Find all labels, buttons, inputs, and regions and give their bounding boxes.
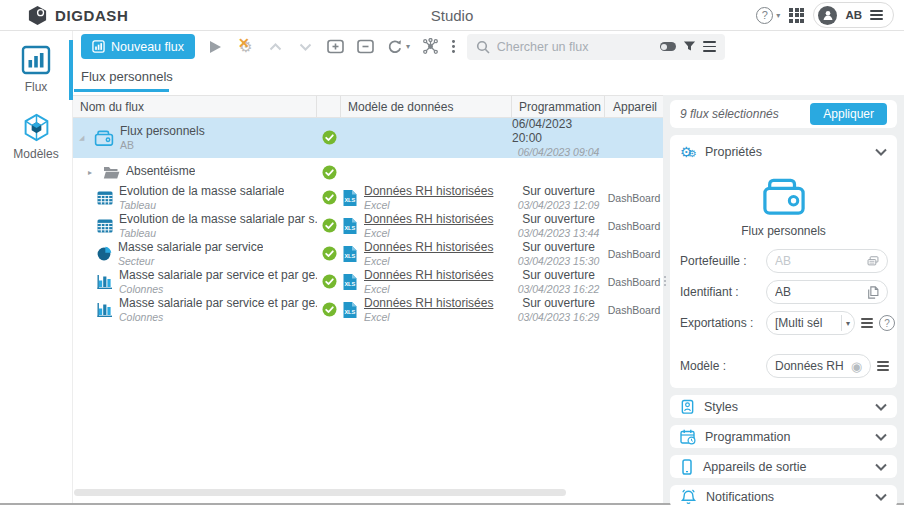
more-options-icon[interactable] <box>452 40 455 53</box>
section-notifications[interactable]: Notifications <box>670 485 897 505</box>
section-appareils[interactable]: Appareils de sortie <box>670 455 897 478</box>
panel-resize-handle[interactable] <box>664 276 666 286</box>
phone-icon <box>680 459 694 475</box>
sidebar: Flux Modèles <box>0 31 73 503</box>
table-row[interactable]: Evolution de la masse salariale par s...… <box>73 212 663 240</box>
model-subtitle: Excel <box>364 199 493 211</box>
modele-label: Modèle : <box>680 359 766 373</box>
row-schedule-date: 03/04/2023 16:29 <box>518 311 600 323</box>
row-name: Evolution de la masse salariale par s... <box>119 213 317 227</box>
data-model-link[interactable]: Données RH historisées <box>364 241 493 255</box>
exportations-select[interactable]: [Multi sél ▾ <box>766 311 855 335</box>
table-row[interactable]: Masse salariale par service et par ge...… <box>73 296 663 324</box>
row-device: DashBoard <box>605 192 663 204</box>
data-model-link[interactable]: Données RH historisées <box>364 297 493 311</box>
jobs-icon[interactable] <box>422 38 440 56</box>
flux-search <box>467 34 725 60</box>
exportations-help-icon[interactable]: ? <box>879 315 895 331</box>
status-ok-icon <box>322 190 337 205</box>
row-subtitle: Tableau <box>119 227 317 239</box>
help-icon: ? <box>756 7 773 24</box>
collapse-all-icon[interactable] <box>357 38 375 56</box>
modele-select[interactable]: Données RH h ◉ <box>766 354 871 378</box>
column-header-status[interactable] <box>317 96 341 117</box>
chevron-down-icon <box>875 403 887 411</box>
model-subtitle: Excel <box>364 255 493 267</box>
row-schedule: Sur ouverture <box>522 213 595 227</box>
data-model-link[interactable]: Données RH historisées <box>364 269 493 283</box>
properties-header[interactable]: ⚙⚙ Propriétés <box>680 140 887 163</box>
column-header-model[interactable]: Modèle de données <box>341 96 512 117</box>
wallet-folder-icon <box>761 175 807 217</box>
portfolio-cards-icon[interactable] <box>867 254 879 268</box>
copy-icon[interactable] <box>867 285 879 300</box>
section-label: Styles <box>704 400 738 414</box>
row-expander[interactable]: ▸ <box>88 168 97 177</box>
column-header-name[interactable]: Nom du flux <box>73 96 317 117</box>
apps-grid-icon[interactable] <box>789 8 804 23</box>
row-expander[interactable]: ◢ <box>79 134 88 142</box>
toggle-icon[interactable] <box>660 42 676 51</box>
column-header-programmation[interactable]: Programmation <box>512 96 605 117</box>
table-header: Nom du flux Modèle de données Programmat… <box>73 95 663 118</box>
new-flux-button[interactable]: Nouveau flux <box>81 34 195 59</box>
row-device: DashBoard <box>605 304 663 316</box>
properties-title: Propriétés <box>705 145 762 159</box>
table-row[interactable]: ▸ Absentéisme <box>73 161 663 184</box>
model-text: Données RH historisées Excel <box>364 213 493 239</box>
tab-flux-personnels[interactable]: Flux personnels <box>74 62 183 95</box>
table-row[interactable]: Evolution de la masse salariale Tableau … <box>73 184 663 212</box>
chevron-down-icon <box>875 493 887 501</box>
user-initials: AB <box>845 9 862 21</box>
status-ok-icon <box>322 274 337 289</box>
modele-value: Données RH h <box>775 359 847 373</box>
data-model-link[interactable]: Données RH historisées <box>364 185 493 199</box>
selection-count: 9 flux sélectionnés <box>680 107 779 121</box>
properties-panel: 9 flux sélectionnés Appliquer ⚙⚙ Proprié… <box>663 95 904 503</box>
refresh-disabled-icon[interactable]: ⚙✕ <box>237 38 255 56</box>
identifiant-field[interactable] <box>775 285 863 299</box>
play-icon[interactable] <box>207 38 225 56</box>
column-header-appareil[interactable]: Appareil <box>605 96 663 117</box>
move-down-icon[interactable] <box>297 38 315 56</box>
data-model-link[interactable]: Données RH historisées <box>364 213 493 227</box>
sidebar-item-modeles[interactable]: Modèles <box>0 106 72 173</box>
exportations-value: [Multi sél <box>775 316 837 330</box>
target-icon: ◉ <box>851 360 862 373</box>
bar-columns-icon <box>97 274 113 289</box>
pie-chart-icon <box>97 246 112 261</box>
row-subtitle: Colonnes <box>119 311 317 323</box>
status-ok-icon <box>322 246 337 261</box>
chevron-down-icon <box>875 463 887 471</box>
section-styles[interactable]: Styles <box>670 395 897 418</box>
filter-icon[interactable] <box>683 40 696 53</box>
help-menu[interactable]: ? ▾ <box>756 7 780 24</box>
digdash-cube-icon <box>27 5 48 26</box>
move-up-icon[interactable] <box>267 38 285 56</box>
search-input[interactable] <box>497 40 653 54</box>
gears-icon: ⚙⚙ <box>680 145 698 159</box>
portefeuille-field[interactable] <box>775 254 863 268</box>
user-menu[interactable]: AB <box>813 2 894 28</box>
exportations-list-icon[interactable] <box>861 318 873 328</box>
sidebar-item-flux[interactable]: Flux <box>0 38 72 106</box>
apply-button[interactable]: Appliquer <box>810 103 887 125</box>
svg-text:XLS: XLS <box>344 253 355 259</box>
list-options-icon[interactable] <box>703 41 716 52</box>
refresh-menu[interactable]: ▾ <box>387 39 410 55</box>
section-programmation[interactable]: Programmation <box>670 425 897 448</box>
horizontal-scrollbar[interactable] <box>74 489 566 496</box>
modele-list-icon[interactable] <box>877 361 889 371</box>
avatar <box>818 6 837 25</box>
section-label: Notifications <box>706 490 774 504</box>
table-row[interactable]: ◢ Flux personnels AB 06/04/2023 20:00 <box>73 118 663 158</box>
logo-text: DIGDASH <box>55 7 128 24</box>
row-schedule: Sur ouverture <box>522 241 595 255</box>
table-row[interactable]: Masse salariale par service et par ge...… <box>73 268 663 296</box>
table-row[interactable]: Masse salariale par service Secteur XLS … <box>73 240 663 268</box>
row-schedule: Sur ouverture <box>522 269 595 283</box>
svg-text:XLS: XLS <box>344 309 355 315</box>
row-schedule: Sur ouverture <box>522 297 595 311</box>
sidebar-item-label: Modèles <box>13 147 58 161</box>
expand-all-icon[interactable] <box>327 38 345 56</box>
